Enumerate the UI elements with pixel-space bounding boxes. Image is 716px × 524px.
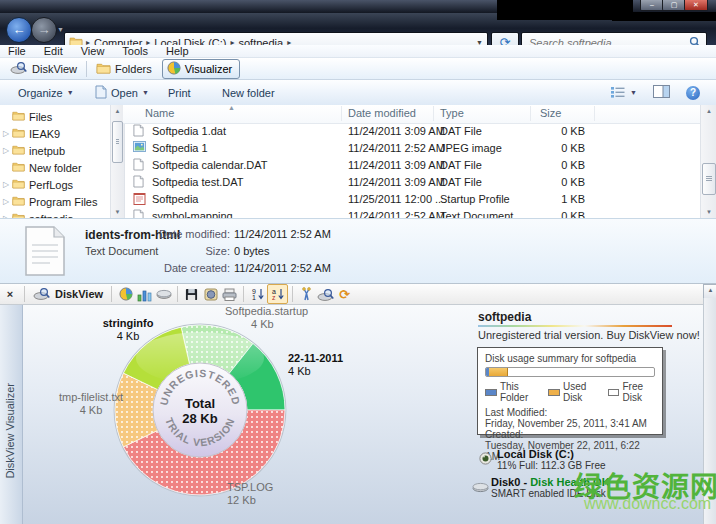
app-window: { "titlebar": {"minimize": "–", "maximiz… bbox=[0, 0, 716, 524]
print-button[interactable] bbox=[220, 285, 239, 303]
open-button[interactable]: Open▼ bbox=[95, 85, 149, 100]
scroll-down-icon[interactable]: ▼ bbox=[701, 206, 716, 218]
menu-file[interactable]: File bbox=[8, 45, 26, 57]
file-list-scrollbar-thumb[interactable] bbox=[702, 163, 716, 195]
panel-close-icon[interactable]: × bbox=[0, 288, 20, 300]
column-header-size[interactable]: Size bbox=[540, 107, 561, 119]
tree-scrollbar-thumb[interactable] bbox=[112, 121, 123, 163]
folder-icon bbox=[12, 144, 25, 157]
diskview-scan-button[interactable] bbox=[316, 285, 335, 303]
property-value: 0 bytes bbox=[234, 245, 269, 257]
image-icon bbox=[133, 141, 147, 155]
file-row[interactable]: symbol-mapping11/24/2011 2:52 AMText Doc… bbox=[123, 208, 700, 218]
menu-view[interactable]: View bbox=[81, 45, 105, 57]
disk-icon bbox=[472, 482, 489, 495]
refresh-button[interactable]: ⟳ bbox=[335, 285, 354, 303]
help-button[interactable]: ? bbox=[686, 85, 700, 100]
new-folder-button[interactable]: New folder bbox=[222, 85, 275, 100]
sidebar-item-files[interactable]: Files bbox=[0, 108, 110, 125]
trial-notice[interactable]: Unregistered trial version. Buy DiskView… bbox=[478, 329, 700, 341]
diskview-toolbar-button[interactable]: DiskView bbox=[6, 61, 81, 76]
slice-name: stringinfo bbox=[96, 317, 160, 330]
expand-arrow-icon[interactable]: ▷ bbox=[0, 146, 12, 155]
tree-item-label: Program Files bbox=[29, 196, 97, 208]
slice-size: 4 Kb bbox=[288, 365, 343, 378]
folder-heading: softpedia bbox=[478, 310, 531, 324]
legend-label: This Folder bbox=[500, 381, 538, 403]
copy-image-button[interactable] bbox=[201, 285, 220, 303]
column-header-name[interactable]: Name bbox=[145, 107, 174, 119]
bar-chart-view-button[interactable] bbox=[135, 285, 154, 303]
slice-label: tmp-filelist.txt4 Kb bbox=[56, 391, 126, 417]
file-row[interactable]: Softpedia 1.dat11/24/2011 3:09 AMDAT Fil… bbox=[123, 123, 700, 140]
visualizer-toolbar-button[interactable]: Visualizer bbox=[162, 59, 241, 79]
file-row[interactable]: Softpedia 111/24/2011 2:52 AMJPEG image0… bbox=[123, 140, 700, 157]
minimize-button[interactable]: – bbox=[640, 0, 664, 11]
print-button[interactable]: Print bbox=[168, 85, 191, 100]
file-list: ▲ NameDate modifiedTypeSize Softpedia 1.… bbox=[123, 105, 700, 218]
folder-icon bbox=[12, 127, 25, 140]
file-name: Softpedia bbox=[152, 193, 198, 205]
sidebar-item-program-files[interactable]: ▷Program Files bbox=[0, 193, 110, 210]
maximize-button[interactable]: ▢ bbox=[662, 0, 686, 11]
property-row: Date created:11/24/2011 2:52 AM bbox=[158, 262, 331, 279]
slice-label: 22-11-20114 Kb bbox=[288, 352, 343, 378]
tree-item-label: New folder bbox=[29, 162, 82, 174]
close-button[interactable]: ✕ bbox=[684, 0, 708, 11]
scroll-up-icon[interactable]: ▲ bbox=[701, 105, 716, 117]
chevron-down-icon: ▼ bbox=[630, 89, 637, 96]
save-button[interactable] bbox=[182, 285, 201, 303]
pie-view-button[interactable] bbox=[116, 285, 135, 303]
file-row[interactable]: Softpedia calendar.DAT11/24/2011 3:09 AM… bbox=[123, 157, 700, 174]
property-value: 11/24/2011 2:52 AM bbox=[234, 262, 331, 274]
folder-icon bbox=[12, 161, 25, 174]
diskview-panel-title: DiskView bbox=[33, 287, 103, 302]
forward-button[interactable]: → bbox=[31, 17, 57, 43]
column-header-date-modified[interactable]: Date modified bbox=[348, 107, 416, 119]
chevron-down-icon: ▼ bbox=[142, 89, 149, 96]
expand-arrow-icon[interactable]: ▷ bbox=[0, 197, 12, 206]
property-value: 11/24/2011 2:52 AM bbox=[234, 228, 331, 240]
file-size: 0 KB bbox=[523, 159, 585, 171]
file-row[interactable]: Softpedia11/25/2011 12:00 ...Startup Pro… bbox=[123, 191, 700, 208]
file-size: 0 KB bbox=[523, 176, 585, 188]
slice-size: 4 Kb bbox=[225, 318, 308, 331]
sidebar-item-softpedia[interactable]: ▷softpedia bbox=[0, 210, 110, 218]
sort-by-size-button[interactable]: 91 bbox=[248, 285, 267, 303]
sidebar-item-ieak9[interactable]: ▷IEAK9 bbox=[0, 125, 110, 142]
menu-tools[interactable]: Tools bbox=[122, 45, 148, 57]
expand-arrow-icon[interactable]: ▷ bbox=[0, 129, 12, 138]
tree-item-label: IEAK9 bbox=[29, 128, 60, 140]
disk-view-button[interactable] bbox=[154, 285, 173, 303]
created-label: Created: bbox=[485, 429, 655, 440]
expand-arrow-icon[interactable]: ▷ bbox=[0, 180, 12, 189]
chart-total-label: Total bbox=[185, 396, 215, 411]
file-list-scrollbar[interactable]: ▲ ▼ bbox=[700, 105, 716, 218]
visualizer-side-strip: DiskView Visualizer bbox=[0, 305, 23, 524]
back-button[interactable]: ← bbox=[6, 17, 32, 43]
sidebar-item-inetpub[interactable]: ▷inetpub bbox=[0, 142, 110, 159]
file-name: symbol-mapping bbox=[152, 210, 233, 218]
folders-toolbar-button[interactable]: Folders bbox=[92, 62, 156, 76]
scroll-up-icon[interactable]: ▲ bbox=[703, 284, 716, 299]
menu-edit[interactable]: Edit bbox=[44, 45, 63, 57]
text-document-icon bbox=[24, 225, 66, 279]
settings-tools-button[interactable] bbox=[297, 285, 316, 303]
preview-pane-button[interactable] bbox=[653, 85, 670, 100]
change-view-button[interactable]: ▼ bbox=[610, 85, 637, 100]
sidebar-item-perflogs[interactable]: ▷PerfLogs bbox=[0, 176, 110, 193]
file-name: Softpedia 1.dat bbox=[152, 125, 226, 137]
visualizer-panel: DiskView Visualizer UNREGISTERED TRIAL V… bbox=[0, 305, 716, 524]
sidebar-item-new-folder[interactable]: New folder bbox=[0, 159, 110, 176]
column-header-type[interactable]: Type bbox=[440, 107, 464, 119]
organize-button[interactable]: Organize▼ bbox=[18, 85, 74, 100]
menu-help[interactable]: Help bbox=[166, 45, 189, 57]
file-row[interactable]: Softpedia test.DAT11/24/2011 3:09 AMDAT … bbox=[123, 174, 700, 191]
disk-usage-donut-chart[interactable]: UNREGISTERED TRIAL VERSION Total 28 Kb bbox=[110, 320, 290, 500]
sort-alphabetical-button[interactable]: az bbox=[267, 284, 288, 304]
slice-name: tmp-filelist.txt bbox=[56, 391, 126, 404]
cdrive-icon bbox=[479, 452, 492, 467]
divider bbox=[86, 61, 87, 77]
nav-history-dropdown-icon[interactable]: ▼ bbox=[57, 26, 64, 33]
legend-label: Free Disk bbox=[622, 381, 655, 403]
